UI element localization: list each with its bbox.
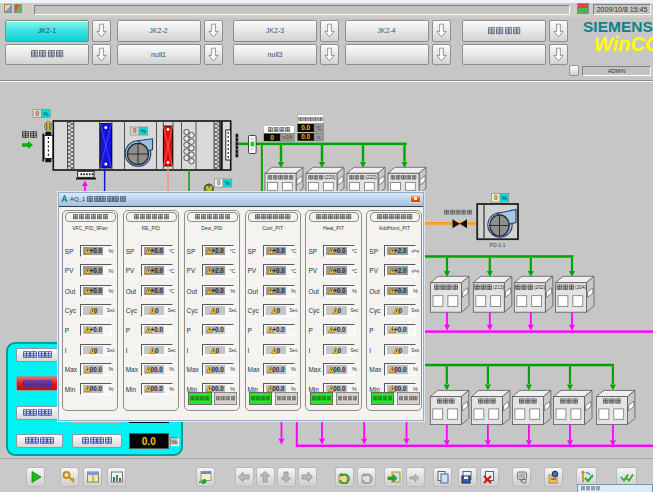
svg-text:°C: °C <box>316 125 322 131</box>
svg-text:m3/h: m3/h <box>282 135 293 140</box>
svg-text:(202): (202) <box>534 285 546 290</box>
svg-text:(213): (213) <box>493 285 505 290</box>
svg-text:0: 0 <box>217 179 221 186</box>
svg-text:(204): (204) <box>575 285 587 290</box>
svg-text:%: % <box>141 128 147 134</box>
svg-text:0.0: 0.0 <box>301 133 310 140</box>
svg-text:0: 0 <box>35 110 39 117</box>
svg-text:%: % <box>502 195 508 201</box>
svg-text:%: % <box>317 135 321 140</box>
svg-text:%: % <box>225 180 231 186</box>
svg-text:0: 0 <box>270 134 274 141</box>
svg-text:0: 0 <box>133 127 137 134</box>
svg-text:0.0: 0.0 <box>301 124 310 131</box>
svg-text:PD-1-1: PD-1-1 <box>490 242 506 248</box>
svg-text:%: % <box>43 111 49 117</box>
svg-text:(223): (223) <box>324 175 336 180</box>
svg-text:(222): (222) <box>365 175 377 180</box>
svg-text:0: 0 <box>494 194 498 201</box>
